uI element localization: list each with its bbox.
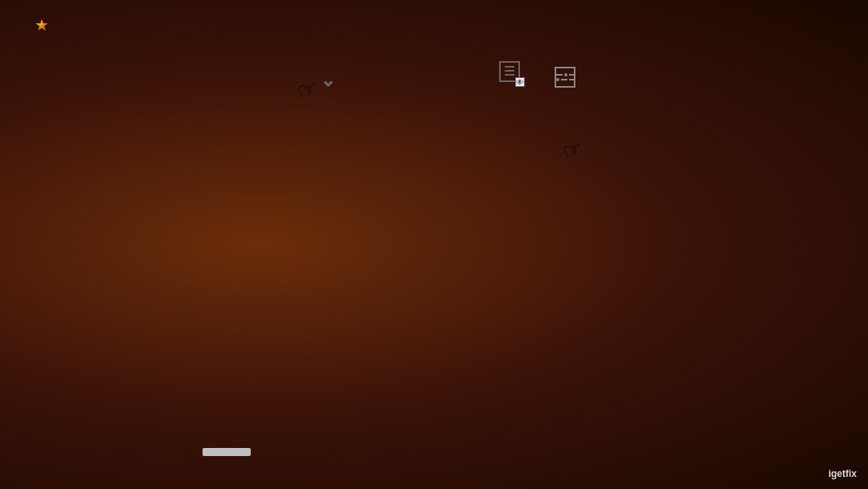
scrollbar-track[interactable] (201, 446, 828, 458)
horizontal-scrollbar[interactable]: ◀ ▶ (190, 446, 839, 457)
horizontal-scroll-thumb[interactable] (203, 448, 251, 456)
hide-selected-icon: 👁 (497, 61, 522, 82)
options-icon (552, 64, 578, 89)
